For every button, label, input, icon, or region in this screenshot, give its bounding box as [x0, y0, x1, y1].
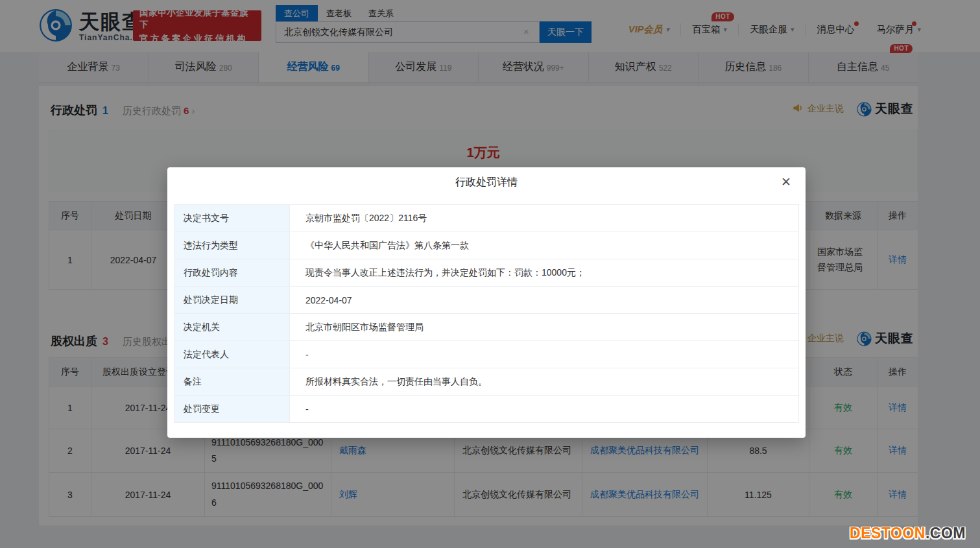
detail-row: 违法行为类型 《中华人民共和国广告法》第八条第一款	[174, 232, 799, 259]
penalty-detail-table: 决定书文号 京朝市监处罚〔2022〕2116号 违法行为类型 《中华人民共和国广…	[174, 204, 799, 423]
detail-row: 决定书文号 京朝市监处罚〔2022〕2116号	[174, 205, 799, 232]
detail-label: 行政处罚内容	[174, 259, 290, 287]
detail-label: 决定书文号	[174, 205, 290, 232]
detail-label: 备注	[174, 368, 290, 396]
detail-label: 处罚决定日期	[174, 287, 290, 314]
detail-row: 处罚变更 -	[174, 396, 799, 423]
detail-value: 现责令当事人改正上述违法行为，并决定处罚如下：罚款：10000元；	[290, 259, 799, 287]
close-icon[interactable]: ✕	[778, 173, 794, 191]
detail-value: 京朝市监处罚〔2022〕2116号	[290, 205, 799, 232]
detail-value: 《中华人民共和国广告法》第八条第一款	[290, 232, 799, 259]
detail-row: 行政处罚内容 现责令当事人改正上述违法行为，并决定处罚如下：罚款：10000元；	[174, 259, 799, 287]
detail-label: 违法行为类型	[174, 232, 290, 259]
penalty-detail-modal: 行政处罚详情 ✕ 决定书文号 京朝市监处罚〔2022〕2116号 违法行为类型 …	[167, 167, 806, 438]
detail-row: 法定代表人 -	[174, 341, 799, 368]
detail-label: 决定机关	[174, 314, 290, 341]
detail-label: 处罚变更	[174, 396, 290, 423]
detail-row: 备注 所报材料真实合法，一切责任由当事人自负。	[174, 368, 799, 396]
modal-title: 行政处罚详情	[167, 167, 806, 189]
detail-value: -	[290, 396, 799, 423]
detail-value: 北京市朝阳区市场监督管理局	[290, 314, 799, 341]
detail-label: 法定代表人	[174, 341, 290, 368]
detail-row: 处罚决定日期 2022-04-07	[174, 287, 799, 314]
watermark-part1: DESTOON	[850, 525, 926, 542]
destoon-watermark: DESTOON.COM	[850, 525, 966, 542]
detail-row: 决定机关 北京市朝阳区市场监督管理局	[174, 314, 799, 341]
detail-value: 所报材料真实合法，一切责任由当事人自负。	[290, 368, 799, 396]
detail-value: -	[290, 341, 799, 368]
detail-value: 2022-04-07	[290, 287, 799, 314]
watermark-part2: .COM	[926, 525, 966, 542]
